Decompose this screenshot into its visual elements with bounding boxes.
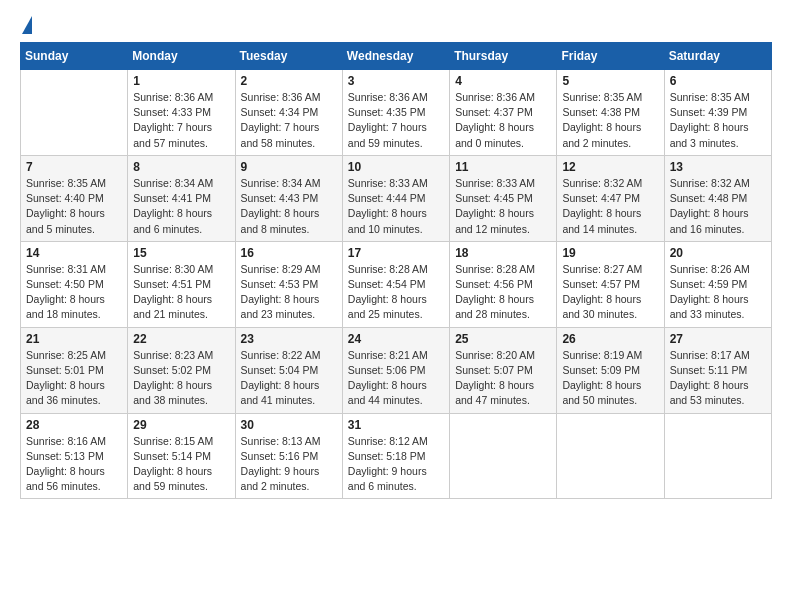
day-number: 27 bbox=[670, 332, 766, 346]
day-cell: 9 Sunrise: 8:34 AMSunset: 4:43 PMDayligh… bbox=[235, 155, 342, 241]
day-cell: 7 Sunrise: 8:35 AMSunset: 4:40 PMDayligh… bbox=[21, 155, 128, 241]
page: SundayMondayTuesdayWednesdayThursdayFrid… bbox=[0, 0, 792, 612]
day-number: 15 bbox=[133, 246, 229, 260]
week-row-1: 1 Sunrise: 8:36 AMSunset: 4:33 PMDayligh… bbox=[21, 70, 772, 156]
weekday-header-tuesday: Tuesday bbox=[235, 43, 342, 70]
day-info: Sunrise: 8:26 AMSunset: 4:59 PMDaylight:… bbox=[670, 262, 766, 323]
day-cell bbox=[21, 70, 128, 156]
day-number: 8 bbox=[133, 160, 229, 174]
day-info: Sunrise: 8:36 AMSunset: 4:35 PMDaylight:… bbox=[348, 90, 444, 151]
weekday-header-thursday: Thursday bbox=[450, 43, 557, 70]
day-number: 9 bbox=[241, 160, 337, 174]
day-cell: 29 Sunrise: 8:15 AMSunset: 5:14 PMDaylig… bbox=[128, 413, 235, 499]
week-row-2: 7 Sunrise: 8:35 AMSunset: 4:40 PMDayligh… bbox=[21, 155, 772, 241]
day-cell: 26 Sunrise: 8:19 AMSunset: 5:09 PMDaylig… bbox=[557, 327, 664, 413]
day-info: Sunrise: 8:30 AMSunset: 4:51 PMDaylight:… bbox=[133, 262, 229, 323]
day-number: 4 bbox=[455, 74, 551, 88]
day-info: Sunrise: 8:32 AMSunset: 4:48 PMDaylight:… bbox=[670, 176, 766, 237]
day-number: 13 bbox=[670, 160, 766, 174]
day-info: Sunrise: 8:23 AMSunset: 5:02 PMDaylight:… bbox=[133, 348, 229, 409]
day-number: 26 bbox=[562, 332, 658, 346]
day-cell: 18 Sunrise: 8:28 AMSunset: 4:56 PMDaylig… bbox=[450, 241, 557, 327]
weekday-header-monday: Monday bbox=[128, 43, 235, 70]
day-info: Sunrise: 8:35 AMSunset: 4:39 PMDaylight:… bbox=[670, 90, 766, 151]
day-number: 10 bbox=[348, 160, 444, 174]
day-number: 23 bbox=[241, 332, 337, 346]
day-number: 18 bbox=[455, 246, 551, 260]
day-info: Sunrise: 8:35 AMSunset: 4:38 PMDaylight:… bbox=[562, 90, 658, 151]
day-number: 22 bbox=[133, 332, 229, 346]
day-number: 21 bbox=[26, 332, 122, 346]
day-number: 30 bbox=[241, 418, 337, 432]
day-info: Sunrise: 8:15 AMSunset: 5:14 PMDaylight:… bbox=[133, 434, 229, 495]
weekday-header-sunday: Sunday bbox=[21, 43, 128, 70]
day-info: Sunrise: 8:22 AMSunset: 5:04 PMDaylight:… bbox=[241, 348, 337, 409]
day-info: Sunrise: 8:21 AMSunset: 5:06 PMDaylight:… bbox=[348, 348, 444, 409]
day-cell: 17 Sunrise: 8:28 AMSunset: 4:54 PMDaylig… bbox=[342, 241, 449, 327]
day-cell: 1 Sunrise: 8:36 AMSunset: 4:33 PMDayligh… bbox=[128, 70, 235, 156]
day-number: 29 bbox=[133, 418, 229, 432]
day-info: Sunrise: 8:33 AMSunset: 4:44 PMDaylight:… bbox=[348, 176, 444, 237]
day-info: Sunrise: 8:35 AMSunset: 4:40 PMDaylight:… bbox=[26, 176, 122, 237]
weekday-header-wednesday: Wednesday bbox=[342, 43, 449, 70]
day-number: 25 bbox=[455, 332, 551, 346]
day-cell: 3 Sunrise: 8:36 AMSunset: 4:35 PMDayligh… bbox=[342, 70, 449, 156]
day-cell bbox=[557, 413, 664, 499]
day-cell: 30 Sunrise: 8:13 AMSunset: 5:16 PMDaylig… bbox=[235, 413, 342, 499]
day-number: 31 bbox=[348, 418, 444, 432]
day-info: Sunrise: 8:27 AMSunset: 4:57 PMDaylight:… bbox=[562, 262, 658, 323]
weekday-header-saturday: Saturday bbox=[664, 43, 771, 70]
day-cell bbox=[664, 413, 771, 499]
weekday-header-row: SundayMondayTuesdayWednesdayThursdayFrid… bbox=[21, 43, 772, 70]
day-cell: 23 Sunrise: 8:22 AMSunset: 5:04 PMDaylig… bbox=[235, 327, 342, 413]
day-info: Sunrise: 8:12 AMSunset: 5:18 PMDaylight:… bbox=[348, 434, 444, 495]
week-row-5: 28 Sunrise: 8:16 AMSunset: 5:13 PMDaylig… bbox=[21, 413, 772, 499]
day-cell: 16 Sunrise: 8:29 AMSunset: 4:53 PMDaylig… bbox=[235, 241, 342, 327]
day-cell: 28 Sunrise: 8:16 AMSunset: 5:13 PMDaylig… bbox=[21, 413, 128, 499]
day-info: Sunrise: 8:19 AMSunset: 5:09 PMDaylight:… bbox=[562, 348, 658, 409]
day-cell: 15 Sunrise: 8:30 AMSunset: 4:51 PMDaylig… bbox=[128, 241, 235, 327]
day-number: 12 bbox=[562, 160, 658, 174]
day-cell: 8 Sunrise: 8:34 AMSunset: 4:41 PMDayligh… bbox=[128, 155, 235, 241]
day-info: Sunrise: 8:16 AMSunset: 5:13 PMDaylight:… bbox=[26, 434, 122, 495]
day-info: Sunrise: 8:36 AMSunset: 4:33 PMDaylight:… bbox=[133, 90, 229, 151]
day-info: Sunrise: 8:36 AMSunset: 4:34 PMDaylight:… bbox=[241, 90, 337, 151]
weekday-header-friday: Friday bbox=[557, 43, 664, 70]
day-number: 28 bbox=[26, 418, 122, 432]
day-cell: 5 Sunrise: 8:35 AMSunset: 4:38 PMDayligh… bbox=[557, 70, 664, 156]
header bbox=[20, 16, 772, 34]
day-cell: 14 Sunrise: 8:31 AMSunset: 4:50 PMDaylig… bbox=[21, 241, 128, 327]
day-number: 19 bbox=[562, 246, 658, 260]
day-info: Sunrise: 8:34 AMSunset: 4:41 PMDaylight:… bbox=[133, 176, 229, 237]
day-cell: 20 Sunrise: 8:26 AMSunset: 4:59 PMDaylig… bbox=[664, 241, 771, 327]
day-cell: 4 Sunrise: 8:36 AMSunset: 4:37 PMDayligh… bbox=[450, 70, 557, 156]
day-info: Sunrise: 8:28 AMSunset: 4:54 PMDaylight:… bbox=[348, 262, 444, 323]
day-info: Sunrise: 8:20 AMSunset: 5:07 PMDaylight:… bbox=[455, 348, 551, 409]
day-cell: 31 Sunrise: 8:12 AMSunset: 5:18 PMDaylig… bbox=[342, 413, 449, 499]
day-number: 17 bbox=[348, 246, 444, 260]
day-cell: 12 Sunrise: 8:32 AMSunset: 4:47 PMDaylig… bbox=[557, 155, 664, 241]
day-cell: 22 Sunrise: 8:23 AMSunset: 5:02 PMDaylig… bbox=[128, 327, 235, 413]
day-number: 11 bbox=[455, 160, 551, 174]
day-cell: 2 Sunrise: 8:36 AMSunset: 4:34 PMDayligh… bbox=[235, 70, 342, 156]
day-cell: 24 Sunrise: 8:21 AMSunset: 5:06 PMDaylig… bbox=[342, 327, 449, 413]
week-row-4: 21 Sunrise: 8:25 AMSunset: 5:01 PMDaylig… bbox=[21, 327, 772, 413]
day-info: Sunrise: 8:28 AMSunset: 4:56 PMDaylight:… bbox=[455, 262, 551, 323]
day-number: 14 bbox=[26, 246, 122, 260]
day-info: Sunrise: 8:36 AMSunset: 4:37 PMDaylight:… bbox=[455, 90, 551, 151]
day-cell bbox=[450, 413, 557, 499]
day-number: 5 bbox=[562, 74, 658, 88]
day-number: 1 bbox=[133, 74, 229, 88]
day-info: Sunrise: 8:25 AMSunset: 5:01 PMDaylight:… bbox=[26, 348, 122, 409]
day-info: Sunrise: 8:32 AMSunset: 4:47 PMDaylight:… bbox=[562, 176, 658, 237]
day-number: 2 bbox=[241, 74, 337, 88]
day-info: Sunrise: 8:34 AMSunset: 4:43 PMDaylight:… bbox=[241, 176, 337, 237]
day-info: Sunrise: 8:33 AMSunset: 4:45 PMDaylight:… bbox=[455, 176, 551, 237]
calendar-table: SundayMondayTuesdayWednesdayThursdayFrid… bbox=[20, 42, 772, 499]
day-number: 20 bbox=[670, 246, 766, 260]
day-number: 3 bbox=[348, 74, 444, 88]
day-cell: 21 Sunrise: 8:25 AMSunset: 5:01 PMDaylig… bbox=[21, 327, 128, 413]
day-cell: 13 Sunrise: 8:32 AMSunset: 4:48 PMDaylig… bbox=[664, 155, 771, 241]
day-cell: 6 Sunrise: 8:35 AMSunset: 4:39 PMDayligh… bbox=[664, 70, 771, 156]
logo-triangle-icon bbox=[22, 16, 32, 34]
